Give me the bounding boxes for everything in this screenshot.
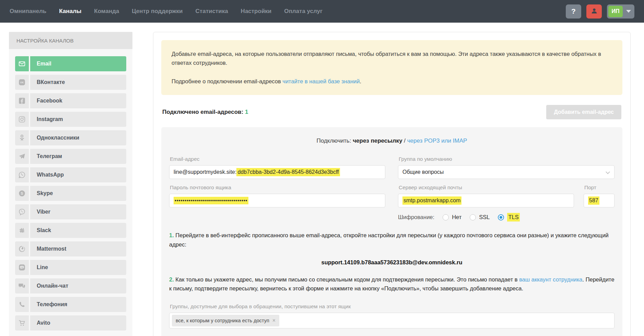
knowledge-base-link[interactable]: читайте в нашей базе знаний xyxy=(282,78,360,84)
email-field-label: Email-адрес xyxy=(170,156,385,162)
skype-icon: S xyxy=(15,186,30,201)
port-block: Порт 587 xyxy=(584,179,614,207)
facebook-icon xyxy=(15,93,30,108)
step-1-number: 1. xyxy=(169,232,174,238)
server-value-highlighted: smtp.postmarkapp.com xyxy=(402,196,461,205)
nav-item-настройки[interactable]: Настройки xyxy=(241,8,272,15)
channel-label: Телефония xyxy=(30,297,126,312)
remove-tag-icon[interactable]: × xyxy=(272,317,276,324)
sidebar-item-facebook[interactable]: Facebook xyxy=(15,93,126,108)
nav-item-оплата-услуг[interactable]: Оплата услуг xyxy=(284,8,323,15)
encryption-radio-нет[interactable]: Нет xyxy=(443,214,461,220)
mattermost-icon xyxy=(15,241,30,256)
sidebar-item-вконтакте[interactable]: VKВКонтакте xyxy=(15,75,126,90)
groups-field-label: Группы, доступные для выбора в обращении… xyxy=(170,303,614,310)
sidebar-item-instagram[interactable]: Instagram xyxy=(15,112,126,127)
groups-tag-input[interactable]: все, к которым у сотрудника есть доступ … xyxy=(169,313,614,328)
channel-label: WhatsApp xyxy=(30,167,126,182)
radio-label: SSL xyxy=(479,214,490,220)
info-text-2-prefix: Подробнее о подключении email-адресов xyxy=(172,78,282,84)
step-1: 1. Перейдите в веб-интерфейс прописанног… xyxy=(169,231,614,249)
sidebar-item-viber[interactable]: Viber xyxy=(15,204,126,219)
group-selected-value: Общие вопросы xyxy=(402,169,444,175)
tabs-separator: / xyxy=(402,137,407,144)
nav-item-каналы[interactable]: Каналы xyxy=(59,8,81,15)
password-input[interactable]: •••••••••••••••••••••••••••••••••••• xyxy=(169,194,385,207)
add-email-button[interactable]: Добавить email-адрес xyxy=(546,105,621,119)
tab-pop3-imap[interactable]: через POP3 или IMAP xyxy=(407,137,467,144)
channel-list: EmailVKВКонтактеFacebookInstagramОднокла… xyxy=(9,49,132,336)
staff-account-link[interactable]: ваш аккаунт сотрудника xyxy=(519,276,582,283)
group-tag: все, к которым у сотрудника есть доступ … xyxy=(172,315,279,326)
info-text: Добавьте email-адреса, на которые пользо… xyxy=(172,49,612,68)
question-icon: ? xyxy=(571,7,576,15)
slack-icon xyxy=(15,223,30,238)
cart-icon xyxy=(15,315,30,331)
nav-item-команда[interactable]: Команда xyxy=(94,8,119,15)
tab-forwarding[interactable]: через пересылку xyxy=(353,137,402,144)
sidebar-item-whatsapp[interactable]: WhatsApp xyxy=(15,167,126,182)
nav-item-омнипанель[interactable]: Омнипанель xyxy=(10,8,46,15)
connected-label: Подключено email-адресов: 1 xyxy=(162,109,248,116)
password-field-label: Пароль почтового ящика xyxy=(170,184,385,191)
smtp-server-input[interactable]: smtp.postmarkapp.com xyxy=(398,194,574,207)
chevron-down-icon xyxy=(606,170,610,174)
channel-label: ВКонтакте xyxy=(30,75,126,90)
account-button[interactable] xyxy=(586,4,602,19)
svg-text:S: S xyxy=(21,191,23,195)
sidebar-item-slack[interactable]: Slack xyxy=(15,223,126,238)
encryption-radio-tls[interactable]: TLS xyxy=(498,213,519,221)
channels-sidebar: НАСТРОЙКА КАНАЛОВ EmailVKВКонтактеFacebo… xyxy=(9,32,132,336)
sidebar-item-одноклассники[interactable]: Одноклассники xyxy=(15,130,126,145)
sidebar-item-email[interactable]: Email xyxy=(15,56,126,71)
server-port-row: Сервер исходящей почты smtp.postmarkapp.… xyxy=(398,179,614,207)
password-value-highlighted: •••••••••••••••••••••••••••••••••••• xyxy=(174,197,248,204)
form-col-left: Email-адрес line@supportmydesk.site:ddb7… xyxy=(169,151,385,221)
forwarding-address: support.14109.b78aaa573623183b@dev.omnid… xyxy=(169,259,614,266)
channel-label: Viber xyxy=(30,204,126,219)
sidebar-item-line[interactable]: LINELine xyxy=(15,260,126,275)
user-menu[interactable]: ИП xyxy=(607,4,634,19)
info-text-2: Подробнее о подключении email-адресов чи… xyxy=(172,77,612,86)
encryption-options: НетSSLTLS xyxy=(443,213,520,221)
channel-label: Skype xyxy=(30,186,126,201)
port-field-label: Порт xyxy=(584,184,614,191)
info-box: Добавьте email-адреса, на которые пользо… xyxy=(161,40,622,95)
channel-label: Mattermost xyxy=(30,241,126,256)
port-input[interactable]: 587 xyxy=(584,194,614,207)
sidebar-title: НАСТРОЙКА КАНАЛОВ xyxy=(9,32,132,49)
nav-item-статистика[interactable]: Статистика xyxy=(196,8,228,15)
form-grid: Email-адрес line@supportmydesk.site:ddb7… xyxy=(169,151,614,221)
radio-icon xyxy=(470,214,476,220)
svg-text:VK: VK xyxy=(20,81,24,84)
main-panel: Добавьте email-адреса, на которые пользо… xyxy=(153,32,631,336)
user-avatar: ИП xyxy=(608,6,623,17)
viber-icon xyxy=(15,204,30,219)
sidebar-item-телефония[interactable]: Телефония xyxy=(15,297,126,312)
sidebar-item-avito[interactable]: Avito xyxy=(15,315,126,331)
sidebar-item-mattermost[interactable]: Mattermost xyxy=(15,241,126,256)
group-field-label: Группа по умолчанию xyxy=(399,156,614,162)
port-value-highlighted: 587 xyxy=(588,196,599,205)
tabs-prefix: Подключить: xyxy=(317,137,353,144)
step-2-text-a: Как только вы укажете адрес, мы получим … xyxy=(174,276,519,283)
connected-count: 1 xyxy=(245,109,248,115)
channel-label: Телеграм xyxy=(30,149,126,164)
encryption-radio-ssl[interactable]: SSL xyxy=(470,214,490,220)
email-input[interactable]: line@supportmydesk.site:ddb7cbba-3bd2-4d… xyxy=(169,165,385,179)
sidebar-item-skype[interactable]: SSkype xyxy=(15,186,126,201)
default-group-select[interactable]: Общие вопросы xyxy=(398,165,614,179)
group-tag-label: все, к которым у сотрудника есть доступ xyxy=(176,318,269,323)
server-block: Сервер исходящей почты smtp.postmarkapp.… xyxy=(398,179,574,207)
sidebar-item-онлайн-чат[interactable]: Онлайн-чат xyxy=(15,278,126,293)
nav-item-центр-поддержки[interactable]: Центр поддержки xyxy=(132,8,183,15)
help-button[interactable]: ? xyxy=(566,4,581,19)
sidebar-item-телеграм[interactable]: Телеграм xyxy=(15,149,126,164)
encryption-row: Шифрование: НетSSLTLS xyxy=(398,213,614,221)
radio-label: Нет xyxy=(452,214,461,220)
step-1-text: Перейдите в веб-интерфейс прописанного в… xyxy=(169,232,609,248)
radio-label: TLS xyxy=(507,213,519,221)
email-connect-form: Подключить: через пересылку / через POP3… xyxy=(161,127,622,336)
vk-icon: VK xyxy=(15,75,30,90)
whatsapp-icon xyxy=(15,167,30,182)
